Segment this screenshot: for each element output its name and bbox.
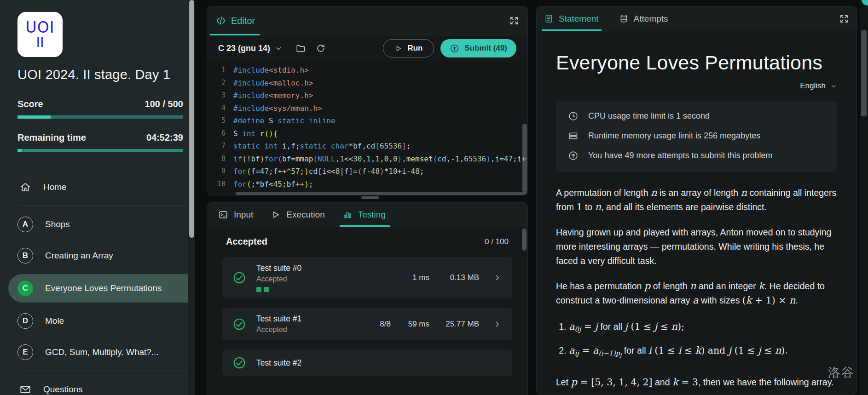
tab-input[interactable]: Input [218,203,253,227]
sidebar-item-gcd-sum-multiply[interactable]: EGCD, Sum, Multiply. What?... [8,339,195,365]
suite-status: Accepted [256,275,301,283]
sidebar-divider [17,371,195,371]
contest-logo[interactable]: UOI II [17,12,63,57]
panel-resize-handle[interactable] [361,196,379,199]
terminal-icon [218,210,228,220]
code-line[interactable]: 9for(f=47;f++^57;)cd[i<<8|f]=(f-48)*10+i… [207,165,527,178]
suite-name: Test suite #0 [256,263,301,273]
sidebar-item-questions[interactable]: Questions [8,377,195,395]
logo-line2: II [36,35,44,49]
tab-attempts[interactable]: Attempts [619,6,668,31]
chevron-right-icon [493,320,502,329]
statement-body: Everyone Loves Permutations English CPU … [537,52,856,395]
problem-badge-E: E [17,344,33,360]
suite-name: Test suite #1 [256,314,301,324]
sidebar-divider [17,206,195,206]
sidebar-item-label: Everyone Loves Permutations [45,283,162,293]
code-line[interactable]: 3#include<memory.h> [207,89,527,102]
run-button[interactable]: Run [383,39,434,57]
time-progressbar [17,149,183,152]
problem-title: Everyone Loves Permutations [556,52,837,74]
sidebar-item-mole[interactable]: DMole [8,308,195,334]
sidebar-item-label: Home [43,182,67,192]
reset-code-icon[interactable] [316,43,326,53]
limits-box: CPU usage time limit is 1 secondRuntime … [556,101,837,172]
tab-execution[interactable]: Execution [271,203,324,227]
code-line[interactable]: 6S int r(){ [207,127,527,140]
submit-button[interactable]: Submit (49) [440,39,516,57]
attempts-tab-label: Attempts [634,14,668,24]
tab-statement[interactable]: Statement [544,6,599,31]
tab-testing[interactable]: Testing [342,203,386,227]
statement-paragraph: Let p = [5, 3, 1, 4, 2] and k = 3, then … [556,375,837,389]
code-icon [215,15,226,26]
suite-memory: 25.77 MB [429,320,479,329]
line-number: 10 [207,178,226,191]
code-line[interactable]: 5#define S static inline [207,114,527,127]
code-line[interactable]: 10for(;*bf<45;bf++); [207,178,527,191]
problem-badge-C: C [17,281,33,296]
chevron-down-icon [275,45,283,52]
sidebar-scrollbar[interactable] [188,0,195,395]
sidebar-item-everyone-loves-permutations[interactable]: CEveryone Loves Permutations [8,274,195,303]
line-number: 7 [207,140,226,153]
code-line[interactable]: 8if(!bf)for(bf=mmap(NULL,1<<30,1,1,0,0),… [207,153,527,166]
tab-label: Testing [358,210,386,220]
tab-editor[interactable]: Editor [215,15,255,26]
time-progress-fill [17,149,22,152]
sidebar-item-home[interactable]: Home [8,174,195,200]
open-file-icon[interactable] [295,43,306,53]
logo-line1: UOI [26,20,55,35]
problem-text: A permutation of length n is an array of… [556,186,837,389]
submit-arrow-icon [450,44,459,53]
line-number: 1 [207,64,226,77]
sidebar-item-label: Shops [45,219,70,229]
code-line[interactable]: 2#include<malloc.h> [207,77,527,90]
code-line[interactable]: 7static int i,f;static char*bf,cd[65536]… [207,140,527,153]
line-number: 5 [207,114,226,127]
language-select[interactable]: C 23 (gnu 14) [218,44,283,53]
sidebar-item-label: Creating an Array [45,251,113,261]
code-line[interactable]: 4#include<sys/mman.h> [207,102,527,115]
score-value: 100 / 500 [145,99,183,109]
run-button-label: Run [407,44,422,53]
test-suite-row[interactable]: Test suite #0Accepted1 ms0.13 MB [222,257,512,298]
line-number: 8 [207,153,226,166]
testing-body: Accepted 0 / 100 Test suite #0Accepted1 … [207,227,527,376]
statement-language-select[interactable]: English [556,81,837,91]
sidebar-scrollbar-handle[interactable] [189,0,194,238]
score-label: Score [17,99,43,109]
code-editor[interactable]: 1#include<stdio.h>2#include<malloc.h>3#i… [207,61,527,195]
page-scrollbar-handle[interactable] [861,30,867,116]
statement-expand-icon[interactable] [839,14,849,24]
editor-toolbar: C 23 (gnu 14) Run Submit (49) [207,35,527,61]
sidebar-item-label: Mole [45,316,64,326]
line-number: 4 [207,102,226,115]
expand-icon[interactable] [509,16,519,26]
test-case-passed [256,287,261,292]
testing-scrollbar-handle[interactable] [522,229,527,251]
mail-icon [19,384,31,395]
statement-list: a0j = j for all j (1 ≤ j ≤ n);aij = a(i−… [556,318,837,364]
code-line[interactable]: 1#include<stdio.h> [207,64,527,77]
accepted-check-icon [232,317,246,331]
statement-list-item: a0j = j for all j (1 ≤ j ≤ n); [569,318,837,338]
suite-name: Test suite #2 [256,358,301,368]
line-number: 9 [207,165,226,178]
statement-paragraph: Having grown up and played with arrays, … [556,225,837,268]
sidebar-item-label: Questions [43,384,83,395]
submission-score: 0 / 100 [485,237,509,246]
statement-language-label: English [800,81,826,91]
verdict-row: Accepted 0 / 100 [222,236,512,247]
submit-button-label: Submit (49) [464,44,507,53]
editor-hscrollbar[interactable] [236,192,527,195]
statement-tab-label: Statement [559,14,599,24]
line-number: 2 [207,77,226,90]
sidebar-item-shops[interactable]: AShops [8,212,195,237]
sidebar-item-creating-an-array[interactable]: BCreating an Array [8,243,195,269]
editor-panel: Editor C 23 (gnu 14) Run Submit (49) 1#i… [207,6,528,195]
test-suite-row[interactable]: Test suite #1Accepted8/859 ms25.77 MB [222,308,512,340]
page-scrollbar[interactable] [860,0,868,395]
test-suite-row[interactable]: Test suite #2 [222,349,512,376]
play-icon [271,210,281,220]
